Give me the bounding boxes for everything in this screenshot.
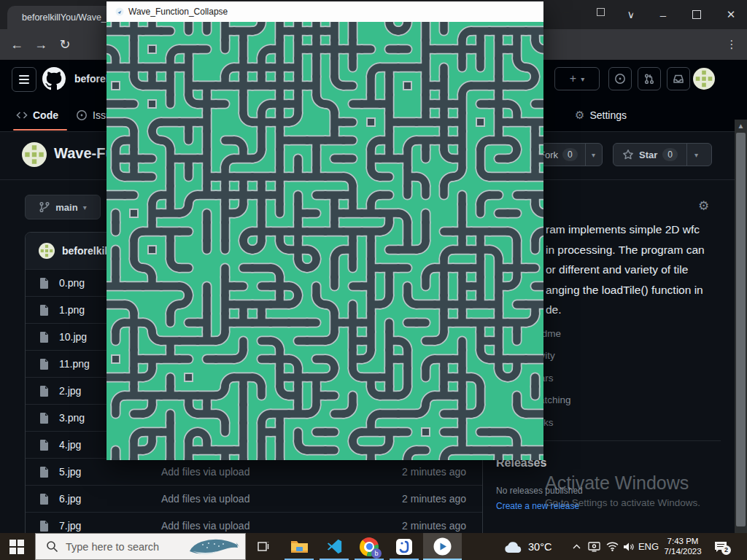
branch-selector[interactable]: main ▾ [25,195,101,219]
wifi-icon[interactable] [604,533,620,560]
tab-settings[interactable]: ⚙ Settings [575,98,627,131]
notification-center-icon[interactable]: 2 [710,533,732,560]
code-icon [16,109,28,121]
about-description-line: ram implements simple 2D wfc [546,223,728,244]
search-placeholder: Type here to search [66,541,159,553]
releases-empty-text: No releases published [496,486,583,496]
file-icon [39,385,50,397]
star-button[interactable]: Star 0 ▾ [613,143,712,166]
clock[interactable]: 7:43 PM 7/14/2023 [659,536,707,556]
time: 7:43 PM [659,536,707,546]
browser-close-button[interactable]: ✕ [716,0,746,29]
desktop: beforelkillYou/Wave_Function_Collapse ∨ … [0,0,747,560]
page-scrollbar[interactable]: ▲ ▼ [735,120,747,560]
notification-badge: 2 [721,545,731,555]
search-icon [46,540,58,553]
file-icon [39,331,50,343]
task-view-icon[interactable] [245,533,280,560]
start-button[interactable] [9,540,24,554]
about-description-line: anging the loadTile() function in [546,284,728,304]
plus-icon: + [570,72,576,85]
wfc-canvas [107,22,543,460]
file-name[interactable]: 6.jpg [59,493,161,505]
star-count: 0 [662,148,678,161]
weather-widget[interactable]: 30°C [503,533,551,560]
wfc-app-window[interactable]: Wave_Function_Collapse – ✕ [107,1,543,460]
date: 7/14/2023 [659,546,707,556]
create-release-link[interactable]: Create a new release [496,501,579,511]
user-avatar[interactable] [693,68,715,90]
commit-message-link[interactable]: Add files via upload [161,493,249,505]
taskbar: Type here to search b [0,533,747,560]
browser-restore-button[interactable] [682,0,711,29]
repo-avatar [22,142,47,167]
volume-icon[interactable] [621,533,637,560]
pull-requests-header-button[interactable] [638,67,661,90]
wfc-maximize-button[interactable] [585,1,616,22]
commit-message-link[interactable]: Add files via upload [161,520,249,532]
vscode-icon[interactable] [317,533,352,560]
branch-icon [39,201,50,213]
file-icon [39,466,50,478]
file-icon [39,304,50,316]
back-icon[interactable]: ← [6,29,28,60]
commit-time: 2 minutes ago [402,520,466,532]
wfc-sketch-taskbar-icon[interactable] [425,533,460,560]
commit-message-link[interactable]: Add files via upload [161,466,249,478]
commit-author-avatar [39,243,55,259]
chevron-down-icon[interactable]: ▾ [585,151,602,159]
about-description-line: or different and variety of tile [546,263,728,284]
gear-icon: ⚙ [575,109,584,122]
wfc-titlebar[interactable]: Wave_Function_Collapse – ✕ [107,1,543,22]
sketch-app-icon [115,7,124,16]
forward-icon[interactable]: → [30,29,52,60]
commit-time: 2 minutes ago [402,466,466,478]
scrollbar-thumb[interactable] [736,133,746,526]
reload-icon[interactable]: ↻ [54,29,76,60]
github-logo[interactable] [42,67,66,90]
file-explorer-icon[interactable] [282,533,317,560]
commit-time: 2 minutes ago [402,493,466,505]
active-tab-underline [13,129,67,131]
weather-temp: 30°C [528,541,551,553]
browser-minimize-button[interactable]: – [649,0,678,29]
inbox-header-button[interactable] [667,67,690,90]
issues-header-button[interactable] [608,67,632,90]
browser-menu-icon[interactable]: ⋮ [721,29,743,60]
chevron-down-icon: ▾ [581,75,584,83]
language-indicator[interactable]: ENG [638,533,659,560]
create-new-button[interactable]: + ▾ [554,67,600,90]
issue-icon [76,109,88,121]
processing-ide-icon[interactable] [387,533,422,560]
wfc-minimize-button[interactable]: – [551,1,581,22]
chrome-profile-badge: b [371,548,382,559]
file-icon [39,358,50,370]
cloud-icon [503,540,523,553]
file-icon [39,439,50,451]
cast-icon[interactable] [586,533,602,560]
wfc-close-button[interactable]: ✕ [618,1,649,22]
file-icon [39,520,50,532]
inbox-icon [673,73,684,85]
whale-shark-image [185,535,244,559]
wfc-window-title: Wave_Function_Collapse [128,7,228,17]
file-name[interactable]: 5.jpg [59,466,161,478]
branch-name: main [55,202,77,213]
file-icon [39,493,50,505]
hamburger-menu-button[interactable] [12,67,36,92]
tray-expand-icon[interactable] [569,533,584,560]
tab-code[interactable]: Code [16,98,58,131]
taskbar-search[interactable]: Type here to search [35,533,246,560]
file-name[interactable]: 7.jpg [59,520,161,532]
chevron-down-icon: ▾ [83,203,87,211]
scroll-up-icon[interactable]: ▲ [735,122,747,130]
star-icon [622,149,634,160]
about-settings-gear-icon[interactable]: ⚙ [698,198,709,214]
file-row[interactable]: 6.jpgAdd files via upload2 minutes ago [26,485,482,512]
file-row[interactable]: 5.jpgAdd files via upload2 minutes ago [26,458,482,485]
fork-count: 0 [562,148,578,161]
chevron-down-icon[interactable]: ▾ [687,151,705,159]
chrome-icon[interactable]: b [352,533,387,560]
file-icon [39,277,50,289]
about-description-line: in processing. The program can [546,244,728,264]
